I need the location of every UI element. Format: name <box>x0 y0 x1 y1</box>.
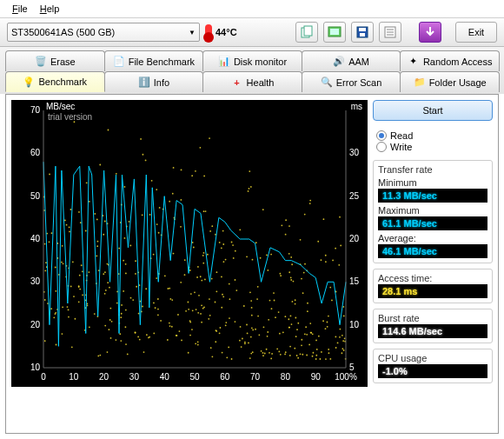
svg-point-38 <box>81 264 83 266</box>
svg-point-270 <box>304 214 306 216</box>
tab-health[interactable]: +Health <box>202 71 302 92</box>
svg-point-54 <box>302 292 304 294</box>
menu-help[interactable]: Help <box>35 2 65 16</box>
transfer-avg-value: 46.1 MB/sec <box>378 244 487 258</box>
svg-point-309 <box>155 307 156 309</box>
svg-point-57 <box>342 352 343 354</box>
svg-point-232 <box>249 188 250 190</box>
tab-aam[interactable]: 🔊AAM <box>302 50 401 71</box>
svg-point-169 <box>135 260 136 262</box>
svg-point-125 <box>148 337 149 339</box>
svg-point-27 <box>181 169 182 170</box>
tab-folder-usage[interactable]: 📁Folder Usage <box>400 71 500 92</box>
radio-read[interactable]: Read <box>376 130 489 141</box>
svg-point-265 <box>343 315 345 316</box>
svg-point-345 <box>251 315 253 316</box>
svg-point-452 <box>280 354 282 356</box>
svg-text:25: 25 <box>349 191 360 201</box>
svg-point-167 <box>251 307 253 309</box>
start-button[interactable]: Start <box>373 100 493 121</box>
svg-point-455 <box>53 316 55 318</box>
svg-point-132 <box>125 309 127 311</box>
svg-rect-1 <box>304 26 312 36</box>
svg-point-286 <box>278 311 280 313</box>
svg-point-245 <box>290 279 292 281</box>
random-icon: ✦ <box>408 56 420 68</box>
svg-point-249 <box>153 332 155 334</box>
svg-point-9 <box>229 283 230 285</box>
svg-point-143 <box>97 356 99 357</box>
svg-point-200 <box>176 335 178 336</box>
svg-point-64 <box>61 262 63 263</box>
copy-info-button[interactable] <box>295 22 318 43</box>
options-button[interactable] <box>379 22 401 43</box>
temperature-value: 44°C <box>216 27 237 37</box>
svg-point-44 <box>315 358 317 360</box>
svg-point-250 <box>310 332 312 334</box>
drive-dropdown[interactable]: ST3500641AS (500 GB) ▼ <box>7 23 200 42</box>
svg-point-363 <box>156 223 158 225</box>
svg-point-295 <box>288 327 290 329</box>
svg-point-372 <box>45 262 47 263</box>
svg-text:70: 70 <box>250 372 261 382</box>
tab-random-access[interactable]: ✦Random Access <box>400 50 500 71</box>
tab-benchmark[interactable]: 💡Benchmark <box>5 71 105 92</box>
svg-point-157 <box>275 316 276 318</box>
svg-point-82 <box>297 323 299 324</box>
refresh-button[interactable] <box>419 22 441 43</box>
tab-disk-monitor[interactable]: 📊Disk monitor <box>202 50 302 71</box>
svg-point-339 <box>79 275 81 276</box>
svg-point-364 <box>248 343 249 344</box>
svg-point-404 <box>159 207 161 209</box>
radio-dot-icon <box>376 130 387 141</box>
svg-point-126 <box>164 275 166 276</box>
radio-write[interactable]: Write <box>376 142 489 152</box>
svg-point-117 <box>62 333 63 335</box>
svg-point-52 <box>305 326 307 328</box>
svg-text:20: 20 <box>99 372 109 382</box>
svg-point-187 <box>78 301 80 303</box>
svg-point-424 <box>74 121 76 123</box>
svg-point-99 <box>97 241 99 243</box>
svg-point-401 <box>140 138 142 140</box>
svg-point-114 <box>293 281 295 283</box>
svg-point-280 <box>281 224 282 226</box>
svg-point-215 <box>192 242 194 243</box>
tab-row-bottom: 💡Benchmark ℹ️Info +Health 🔍Error Scan 📁F… <box>5 71 499 92</box>
svg-point-433 <box>247 333 249 335</box>
svg-point-432 <box>107 263 109 265</box>
svg-point-453 <box>180 282 182 283</box>
svg-point-262 <box>267 336 269 337</box>
tab-erase[interactable]: 🗑️Erase <box>5 50 105 71</box>
svg-point-254 <box>202 263 204 264</box>
save-button[interactable] <box>351 22 374 43</box>
svg-point-204 <box>56 344 57 346</box>
thermometer-icon <box>205 24 212 40</box>
svg-point-106 <box>104 293 106 295</box>
svg-point-111 <box>325 358 327 360</box>
tab-error-scan[interactable]: 🔍Error Scan <box>302 71 401 92</box>
tab-info[interactable]: ℹ️Info <box>104 71 204 92</box>
svg-point-23 <box>322 320 324 322</box>
svg-point-338 <box>110 337 112 339</box>
svg-point-160 <box>301 278 302 280</box>
svg-point-225 <box>255 242 257 243</box>
svg-text:5: 5 <box>349 363 355 372</box>
svg-point-162 <box>73 296 75 297</box>
svg-point-80 <box>194 291 196 293</box>
svg-point-408 <box>309 323 311 324</box>
screenshot-button[interactable] <box>323 22 346 43</box>
exit-button[interactable]: Exit <box>455 22 497 43</box>
svg-point-146 <box>268 319 269 321</box>
svg-point-171 <box>262 355 264 356</box>
svg-point-348 <box>157 314 159 316</box>
menu-file[interactable]: File <box>7 2 33 16</box>
svg-point-85 <box>169 323 170 324</box>
svg-point-323 <box>249 170 250 172</box>
svg-text:60: 60 <box>30 148 41 157</box>
svg-point-174 <box>156 189 157 190</box>
tab-file-benchmark[interactable]: 📄File Benchmark <box>104 50 204 71</box>
svg-point-412 <box>99 355 101 356</box>
svg-point-183 <box>302 354 303 356</box>
svg-point-275 <box>96 219 98 221</box>
